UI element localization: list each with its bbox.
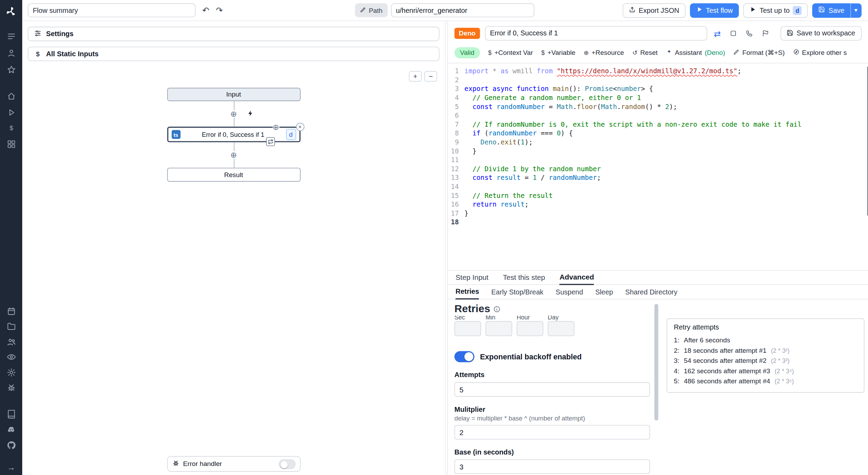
subtab-sleep[interactable]: Sleep bbox=[595, 288, 613, 299]
add-branch-icon[interactable]: ⊕ bbox=[273, 123, 279, 131]
line-number: 4 bbox=[448, 93, 459, 102]
step-header: Deno ⇄ Sav bbox=[448, 21, 868, 45]
zoom-out-button[interactable]: − bbox=[424, 71, 437, 82]
flow-summary-input[interactable] bbox=[28, 3, 195, 17]
github-icon[interactable] bbox=[4, 438, 18, 452]
redo-icon[interactable]: ↷ bbox=[216, 6, 223, 15]
result-node[interactable]: Result bbox=[167, 168, 300, 182]
line-number: 8 bbox=[448, 129, 459, 138]
arrow-right-icon[interactable]: → bbox=[7, 462, 15, 472]
dollar-icon[interactable]: $ bbox=[4, 121, 18, 135]
folder-icon[interactable] bbox=[4, 319, 18, 334]
explore-scripts-button[interactable]: Explore other s bbox=[793, 49, 847, 57]
day-input[interactable] bbox=[548, 321, 575, 336]
undo-icon[interactable]: ↶ bbox=[202, 6, 209, 15]
add-context-var-button[interactable]: $ +Context Var bbox=[488, 49, 533, 57]
line-number: 5 bbox=[448, 102, 459, 111]
add-step-icon[interactable]: ⊕ bbox=[230, 110, 237, 118]
play-icon[interactable] bbox=[4, 105, 18, 119]
star-icon[interactable] bbox=[4, 62, 18, 77]
code-editor[interactable]: 123456789101112131415161718 import * as … bbox=[448, 63, 868, 270]
step-node[interactable]: ts Error if 0, Success if 1 d ⊕ × bbox=[167, 127, 300, 142]
assistant-button[interactable]: Assistant (Deno) bbox=[666, 49, 725, 57]
sec-input[interactable] bbox=[454, 321, 481, 336]
calendar-icon[interactable] bbox=[4, 304, 18, 318]
subtab-retries[interactable]: Retries bbox=[456, 288, 479, 300]
book-icon[interactable] bbox=[4, 407, 18, 421]
reset-button[interactable]: ↺ Reset bbox=[632, 49, 658, 57]
min-input[interactable] bbox=[485, 321, 512, 336]
error-handler-label: Error handler bbox=[183, 460, 222, 468]
line-number: 2 bbox=[448, 76, 459, 85]
error-handler-toggle[interactable] bbox=[278, 459, 295, 468]
input-node[interactable]: Input bbox=[167, 88, 300, 101]
retry-schedule-row: Sec Min Hour bbox=[454, 316, 650, 336]
step-name-input[interactable] bbox=[485, 26, 707, 41]
subtab-early-stop[interactable]: Early Stop/Break bbox=[491, 288, 543, 299]
sidebar: $ bbox=[0, 0, 22, 475]
home-icon[interactable] bbox=[4, 89, 18, 104]
blocks-icon[interactable] bbox=[4, 137, 18, 151]
sec-label: Sec bbox=[454, 316, 481, 320]
scrollbar-thumb[interactable] bbox=[654, 304, 658, 420]
path-input[interactable] bbox=[391, 3, 534, 17]
add-step-icon[interactable]: ⊕ bbox=[230, 151, 237, 159]
user-icon[interactable] bbox=[4, 45, 18, 60]
editor-toolbar: Valid $ +Context Var $ +Variable ⊕ +Reso… bbox=[448, 45, 868, 64]
flag-icon[interactable] bbox=[761, 30, 769, 37]
flow-graph: Input ⊕ ts Error if 0, Success if 1 d bbox=[167, 88, 300, 182]
windmill-logo[interactable] bbox=[4, 5, 18, 19]
eye-icon[interactable] bbox=[4, 350, 18, 364]
attempts-label: Attempts bbox=[454, 371, 650, 379]
add-resource-button[interactable]: ⊕ +Resource bbox=[584, 49, 624, 57]
subtab-suspend[interactable]: Suspend bbox=[556, 288, 583, 299]
code-line: Deno.exit(1); bbox=[465, 138, 868, 147]
add-variable-button[interactable]: $ +Variable bbox=[541, 49, 575, 57]
swap-icon[interactable]: ⇄ bbox=[714, 29, 721, 38]
line-number: 11 bbox=[448, 156, 459, 165]
test-flow-button[interactable]: Test flow bbox=[690, 3, 739, 18]
exponential-backoff-toggle[interactable] bbox=[454, 351, 475, 362]
floppy-icon bbox=[786, 29, 793, 38]
line-number: 3 bbox=[448, 84, 459, 93]
settings-bar[interactable]: Settings bbox=[28, 27, 440, 41]
delete-step-icon[interactable]: × bbox=[296, 123, 304, 131]
bug-icon[interactable] bbox=[4, 380, 18, 395]
phone-icon[interactable] bbox=[745, 30, 753, 37]
dollar-icon: $ bbox=[541, 49, 545, 56]
subtab-shared-directory[interactable]: Shared Directory bbox=[625, 288, 677, 299]
attempts-input[interactable] bbox=[454, 382, 650, 397]
lightning-bolt-icon[interactable] bbox=[247, 109, 253, 119]
flow-canvas[interactable]: + − Input ⊕ bbox=[22, 61, 445, 475]
reset-icon: ↺ bbox=[632, 49, 637, 57]
base-label: Base (in seconds) bbox=[454, 448, 650, 456]
save-dropdown-button[interactable]: ▾ bbox=[851, 3, 861, 18]
retry-attempts-title: Retry attempts bbox=[674, 323, 857, 331]
discord-icon[interactable] bbox=[4, 422, 18, 437]
test-up-to-button[interactable]: Test up to d bbox=[743, 3, 808, 18]
flow-panel: Settings $ All Static Inputs + − Input bbox=[22, 21, 445, 475]
multiplier-input[interactable] bbox=[454, 425, 650, 440]
export-icon bbox=[629, 6, 635, 15]
step-node-label: Error if 0, Success if 1 bbox=[184, 131, 283, 138]
code-line bbox=[465, 156, 868, 165]
window-icon[interactable] bbox=[729, 30, 737, 37]
gear-icon[interactable] bbox=[4, 365, 18, 380]
tab-test-this-step[interactable]: Test this step bbox=[503, 273, 545, 284]
users-icon[interactable] bbox=[4, 334, 18, 349]
base-input[interactable] bbox=[454, 459, 650, 474]
info-icon[interactable] bbox=[493, 305, 501, 312]
export-json-button[interactable]: Export JSON bbox=[623, 3, 685, 18]
tab-advanced[interactable]: Advanced bbox=[559, 273, 594, 285]
line-number: 16 bbox=[448, 200, 459, 209]
zoom-in-button[interactable]: + bbox=[409, 71, 422, 82]
save-to-workspace-button[interactable]: Save to workspace bbox=[781, 26, 861, 41]
static-inputs-bar[interactable]: $ All Static Inputs bbox=[28, 47, 440, 61]
list-icon[interactable] bbox=[4, 29, 18, 43]
play-icon bbox=[696, 6, 702, 15]
hour-input[interactable] bbox=[517, 321, 543, 336]
save-button[interactable]: Save bbox=[812, 3, 851, 18]
tab-step-input[interactable]: Step Input bbox=[456, 273, 489, 284]
format-button[interactable]: Format (⌘+S) bbox=[733, 49, 785, 57]
floppy-icon bbox=[819, 6, 825, 15]
